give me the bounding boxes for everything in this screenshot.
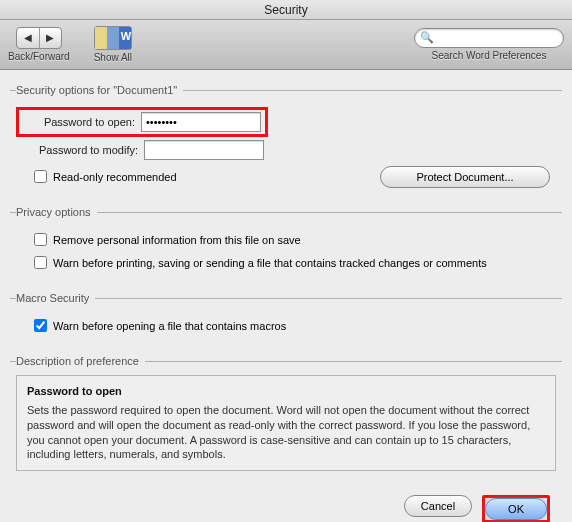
search-icon: 🔍	[420, 31, 434, 44]
back-forward-group: ◀ ▶ Back/Forward	[8, 27, 70, 62]
remove-personal-checkbox[interactable]	[34, 233, 47, 246]
back-forward-buttons: ◀ ▶	[16, 27, 62, 49]
protect-document-button[interactable]: Protect Document...	[380, 166, 550, 188]
forward-button[interactable]: ▶	[39, 28, 61, 48]
description-section: Description of preference Password to op…	[10, 355, 562, 475]
description-legend: Description of preference	[16, 355, 145, 367]
macro-legend: Macro Security	[16, 292, 95, 304]
show-all-label: Show All	[94, 52, 132, 63]
password-open-label: Password to open:	[23, 116, 141, 128]
warn-print-checkbox[interactable]	[34, 256, 47, 269]
privacy-section: Privacy options Remove personal informat…	[10, 206, 562, 280]
search-group: 🔍 Search Word Preferences	[414, 28, 564, 61]
readonly-label: Read-only recommended	[53, 171, 177, 183]
privacy-legend: Privacy options	[16, 206, 97, 218]
description-body: Sets the password required to open the d…	[27, 403, 545, 462]
warn-macros-label: Warn before opening a file that contains…	[53, 320, 286, 332]
content-area: Security options for "Document1" Passwor…	[0, 70, 572, 522]
password-open-highlight: Password to open:	[16, 107, 268, 137]
cancel-button[interactable]: Cancel	[404, 495, 472, 517]
footer-buttons: Cancel OK	[10, 481, 562, 522]
readonly-checkbox[interactable]	[34, 170, 47, 183]
ok-highlight: OK	[482, 495, 550, 522]
warn-print-label: Warn before printing, saving or sending …	[53, 257, 487, 269]
show-all-icon[interactable]	[94, 26, 132, 50]
ok-button[interactable]: OK	[485, 498, 547, 520]
security-options-section: Security options for "Document1" Passwor…	[10, 84, 562, 194]
password-open-input[interactable]	[141, 112, 261, 132]
search-label: Search Word Preferences	[432, 50, 547, 61]
description-box: Password to open Sets the password requi…	[16, 375, 556, 471]
back-forward-label: Back/Forward	[8, 51, 70, 62]
security-options-legend: Security options for "Document1"	[16, 84, 183, 96]
description-title: Password to open	[27, 384, 545, 399]
toolbar: ◀ ▶ Back/Forward Show All 🔍 Search Word …	[0, 20, 572, 70]
show-all-group: Show All	[94, 26, 132, 63]
window-title: Security	[0, 0, 572, 20]
password-modify-input[interactable]	[144, 140, 264, 160]
remove-personal-label: Remove personal information from this fi…	[53, 234, 301, 246]
macro-section: Macro Security Warn before opening a fil…	[10, 292, 562, 343]
back-button[interactable]: ◀	[17, 28, 39, 48]
search-input[interactable]	[414, 28, 564, 48]
warn-macros-checkbox[interactable]	[34, 319, 47, 332]
password-modify-label: Password to modify:	[16, 144, 144, 156]
